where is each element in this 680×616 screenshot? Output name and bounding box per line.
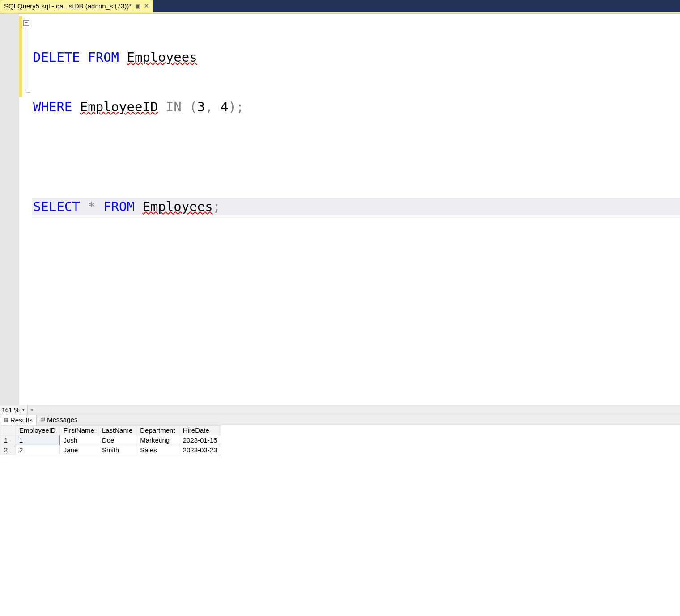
document-tab-label: SQLQuery5.sql - da...stDB (admin_s (73))… bbox=[4, 2, 132, 10]
row-number-cell: 1 bbox=[0, 435, 16, 445]
table-cell[interactable]: Doe bbox=[98, 435, 136, 445]
table-cell[interactable]: Sales bbox=[136, 445, 179, 455]
table-cell[interactable]: Marketing bbox=[136, 435, 179, 445]
table-header-row: EmployeeID FirstName LastName Department… bbox=[0, 426, 221, 435]
code-line-selected: SELECT * FROM Employees; bbox=[32, 198, 680, 215]
close-icon[interactable]: ✕ bbox=[144, 3, 149, 9]
column-header[interactable]: LastName bbox=[98, 426, 136, 435]
table-cell[interactable]: 2023-01-15 bbox=[179, 435, 221, 445]
line-number-gutter bbox=[0, 14, 19, 405]
change-mark bbox=[19, 16, 22, 97]
results-table[interactable]: EmployeeID FirstName LastName Department… bbox=[0, 425, 221, 455]
change-indicator-bar bbox=[19, 14, 22, 405]
code-line bbox=[32, 148, 680, 165]
tab-results-label: Results bbox=[10, 416, 33, 424]
fold-line bbox=[26, 26, 26, 92]
messages-icon: 🗐 bbox=[40, 417, 45, 422]
fold-toggle-icon[interactable]: − bbox=[23, 20, 29, 26]
table-row[interactable]: 2 2 Jane Smith Sales 2023-03-23 bbox=[0, 445, 221, 455]
table-cell[interactable]: 2023-03-23 bbox=[179, 445, 221, 455]
table-cell[interactable]: Jane bbox=[60, 445, 98, 455]
column-header[interactable]: Department bbox=[136, 426, 179, 435]
code-editor[interactable]: − DELETE FROM Employees WHERE EmployeeID… bbox=[0, 13, 680, 405]
fold-line-end bbox=[26, 92, 30, 93]
pin-icon[interactable]: ▣ bbox=[135, 3, 140, 9]
editor-bottom-bar: 161 % ▼ ◄ bbox=[0, 405, 680, 414]
row-number-header bbox=[0, 426, 16, 435]
column-header[interactable]: EmployeeID bbox=[16, 426, 60, 435]
fold-gutter: − bbox=[22, 14, 32, 405]
column-header[interactable]: HireDate bbox=[179, 426, 221, 435]
code-text-area[interactable]: DELETE FROM Employees WHERE EmployeeID I… bbox=[32, 14, 680, 405]
column-header[interactable]: FirstName bbox=[60, 426, 98, 435]
table-cell[interactable]: Smith bbox=[98, 445, 136, 455]
zoom-level-dropdown[interactable]: 161 % ▼ bbox=[0, 405, 28, 414]
zoom-level-label: 161 % bbox=[2, 406, 20, 413]
tab-bar: SQLQuery5.sql - da...stDB (admin_s (73))… bbox=[0, 0, 680, 12]
scroll-left-icon[interactable]: ◄ bbox=[28, 407, 36, 412]
table-cell[interactable]: Josh bbox=[60, 435, 98, 445]
chevron-down-icon: ▼ bbox=[21, 408, 26, 412]
table-cell[interactable]: 1 bbox=[16, 435, 60, 445]
tab-messages-label: Messages bbox=[47, 416, 77, 423]
tab-results[interactable]: ▦ Results bbox=[0, 415, 37, 425]
document-tab[interactable]: SQLQuery5.sql - da...stDB (admin_s (73))… bbox=[0, 0, 153, 12]
table-cell[interactable]: 2 bbox=[16, 445, 60, 455]
row-number-cell: 2 bbox=[0, 445, 16, 455]
code-line: WHERE EmployeeID IN (3, 4); bbox=[32, 99, 680, 115]
results-pane[interactable]: EmployeeID FirstName LastName Department… bbox=[0, 425, 680, 616]
grid-icon: ▦ bbox=[4, 417, 8, 423]
table-row[interactable]: 1 1 Josh Doe Marketing 2023-01-15 bbox=[0, 435, 221, 445]
tab-messages[interactable]: 🗐 Messages bbox=[37, 414, 81, 425]
code-line: DELETE FROM Employees bbox=[32, 49, 680, 66]
results-tab-bar: ▦ Results 🗐 Messages bbox=[0, 414, 680, 425]
